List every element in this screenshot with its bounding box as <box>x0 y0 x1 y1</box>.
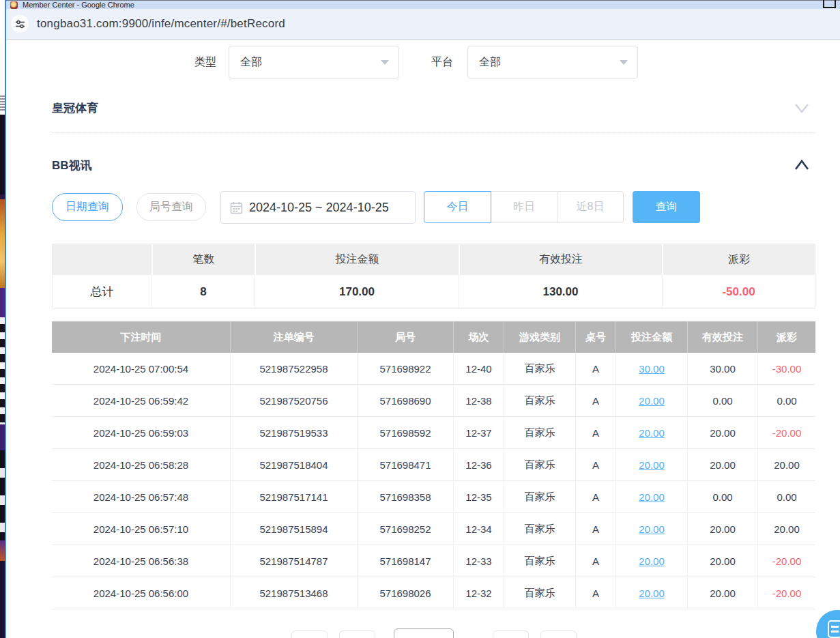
date-range-picker[interactable]: 2024-10-25 ~ 2024-10-25 <box>220 191 416 224</box>
cell-session: 12-33 <box>453 545 504 577</box>
cell-round-number: 571698358 <box>357 481 453 513</box>
summary-bet-amount-value: 170.00 <box>255 275 459 308</box>
cell-session: 12-40 <box>453 353 504 385</box>
summary-header-row: 笔数 投注金额 有效投注 派彩 <box>53 244 815 275</box>
type-filter-label: 类型 <box>194 55 216 70</box>
table-row: 2024-10-25 06:59:03521987519533571698592… <box>52 417 815 449</box>
site-favicon-icon <box>10 1 18 9</box>
search-button[interactable]: 查询 <box>633 191 700 223</box>
cell-game-type: 百家乐 <box>504 481 575 513</box>
tune-icon <box>15 19 25 29</box>
quick-range-last8days[interactable]: 近8日 <box>557 191 624 223</box>
bet-amount-link[interactable]: 20.00 <box>639 588 665 599</box>
col-bet-number: 注单编号 <box>230 321 357 353</box>
cell-session: 12-35 <box>453 481 504 513</box>
cell-payout: 20.00 <box>757 449 815 481</box>
section-crown-sports[interactable]: 皇冠体育 <box>52 100 815 116</box>
cell-table-number: A <box>575 385 615 417</box>
calendar-icon <box>230 201 243 214</box>
last-page-button[interactable]: » <box>540 630 577 638</box>
chevron-up-icon[interactable] <box>794 158 810 173</box>
platform-filter-value: 全部 <box>479 55 501 70</box>
cell-game-type: 百家乐 <box>504 449 575 481</box>
first-page-button[interactable]: « <box>291 630 328 638</box>
prev-page-button[interactable]: ‹ <box>339 630 375 638</box>
cell-bet-number: 521987520756 <box>230 385 357 417</box>
cell-bet-number: 521987517141 <box>230 481 357 513</box>
cell-table-number: A <box>575 353 615 385</box>
cell-game-type: 百家乐 <box>504 385 575 417</box>
cell-bet-number: 521987522958 <box>230 353 357 385</box>
cell-bet-amount: 30.00 <box>615 353 687 385</box>
bet-amount-link[interactable]: 20.00 <box>639 395 665 407</box>
cell-bet-number: 521987514787 <box>230 545 357 577</box>
bet-amount-link[interactable]: 20.00 <box>639 491 665 503</box>
table-row: 2024-10-25 06:56:00521987513468571698026… <box>52 577 815 609</box>
summary-payout-value: -50.00 <box>662 275 815 308</box>
cell-session: 12-36 <box>453 449 504 481</box>
cell-bet-amount: 20.00 <box>615 577 687 609</box>
window-titlebar[interactable]: Member Center - Google Chrome <box>6 0 840 9</box>
quick-range-yesterday[interactable]: 昨日 <box>491 191 557 223</box>
cell-payout: -20.00 <box>757 577 815 609</box>
url-text[interactable]: tongbao31.com:9900/infe/mcenter/#/betRec… <box>37 17 285 31</box>
type-filter-select[interactable]: 全部 <box>229 46 399 78</box>
bet-amount-link[interactable]: 20.00 <box>639 555 665 567</box>
quick-range-today[interactable]: 今日 <box>424 191 491 223</box>
cell-bet-amount: 20.00 <box>615 417 687 449</box>
cell-bet-number: 521987515894 <box>230 513 357 545</box>
cell-valid-bet: 20.00 <box>687 513 757 545</box>
quick-range-group: 今日 昨日 近8日 <box>424 191 624 223</box>
col-table-number: 桌号 <box>575 321 615 353</box>
bet-amount-link[interactable]: 20.00 <box>639 459 665 471</box>
cell-payout: -30.00 <box>757 353 815 385</box>
round-query-tab[interactable]: 局号查询 <box>136 193 206 221</box>
filter-row: 类型 全部 平台 全部 <box>52 46 815 78</box>
cell-valid-bet: 20.00 <box>687 449 757 481</box>
cell-table-number: A <box>575 481 615 513</box>
cell-game-type: 百家乐 <box>504 353 575 385</box>
cell-payout: 0.00 <box>757 385 815 417</box>
cell-table-number: A <box>575 513 615 545</box>
maximize-icon[interactable] <box>823 0 836 8</box>
cell-bet-amount: 20.00 <box>615 385 687 417</box>
cell-round-number: 571698147 <box>357 545 453 577</box>
cell-bet-amount: 20.00 <box>615 545 687 577</box>
table-row: 2024-10-25 06:59:42521987520756571698690… <box>52 385 815 417</box>
summary-table: 笔数 投注金额 有效投注 派彩 总计 8 170.00 130.00 -50.0… <box>52 244 815 309</box>
cell-payout: 0.00 <box>757 481 815 513</box>
platform-filter-label: 平台 <box>431 55 453 70</box>
section-bb-video[interactable]: BB视讯 <box>52 158 815 173</box>
cell-bet-time: 2024-10-25 06:59:03 <box>52 417 230 449</box>
cell-round-number: 571698471 <box>357 449 453 481</box>
bet-amount-link[interactable]: 20.00 <box>639 427 665 439</box>
address-bar: tongbao31.com:9900/infe/mcenter/#/betRec… <box>6 9 840 40</box>
bet-amount-link[interactable]: 30.00 <box>639 363 665 375</box>
summary-total-row: 总计 8 170.00 130.00 -50.00 <box>53 275 815 308</box>
summary-header-count: 笔数 <box>151 244 255 275</box>
chrome-window: Member Center - Google Chrome tongbao31.… <box>0 0 840 638</box>
site-settings-button[interactable] <box>11 15 29 33</box>
summary-header-valid-bet: 有效投注 <box>459 244 662 275</box>
cell-bet-time: 2024-10-25 06:56:38 <box>52 545 230 577</box>
cell-bet-time: 2024-10-25 06:56:00 <box>52 577 230 609</box>
document-icon <box>828 620 840 638</box>
cell-bet-time: 2024-10-25 06:57:10 <box>52 513 230 545</box>
cell-game-type: 百家乐 <box>504 513 575 545</box>
cell-payout: -20.00 <box>757 545 815 577</box>
chevron-down-icon[interactable] <box>794 100 810 116</box>
next-page-button[interactable]: › <box>493 630 529 638</box>
cell-session: 12-32 <box>453 577 504 609</box>
cell-bet-number: 521987519533 <box>230 417 357 449</box>
col-bet-time: 下注时间 <box>52 321 230 353</box>
platform-filter-select[interactable]: 全部 <box>467 46 638 78</box>
cell-table-number: A <box>575 449 615 481</box>
background-window-strip <box>0 40 5 638</box>
cell-valid-bet: 20.00 <box>687 545 757 577</box>
date-query-tab[interactable]: 日期查询 <box>52 193 123 221</box>
cell-round-number: 571698592 <box>357 417 453 449</box>
bet-records-table: 下注时间 注单编号 局号 场次 游戏类别 桌号 投注金额 有效投注 派彩 202… <box>52 321 815 609</box>
page-number-input[interactable] <box>394 628 454 638</box>
bet-amount-link[interactable]: 20.00 <box>639 523 665 535</box>
cell-session: 12-34 <box>453 513 504 545</box>
